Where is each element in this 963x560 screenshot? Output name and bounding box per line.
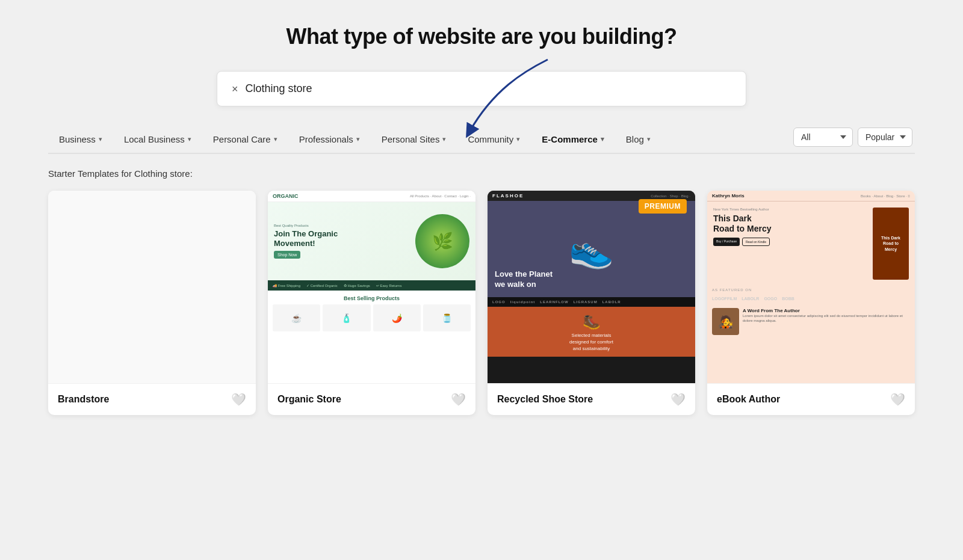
chevron-down-icon: ▾ (516, 135, 520, 143)
brandstore-name: Brandstore (58, 394, 109, 405)
starter-templates-label: Starter Templates for Clothing store: (48, 168, 915, 179)
tab-community[interactable]: Community ▾ (457, 126, 531, 153)
chevron-down-icon: ▾ (356, 135, 360, 143)
brandstore-thumbnail (48, 191, 256, 383)
tab-personal-sites[interactable]: Personal Sites ▾ (371, 126, 457, 153)
organic-hero: Best Quality Products Join The OrganicMo… (268, 202, 475, 280)
brand-4: LIGRASUM (574, 300, 598, 304)
chevron-down-icon: ▾ (601, 135, 604, 143)
organic-product-4: 🫙 (423, 304, 471, 331)
organic-header: ORGANIC All Products · About · Contact ·… (268, 191, 475, 202)
benefit-4: ↩ Easy Returns (376, 283, 402, 288)
ebook-author-name: eBook Author (717, 394, 780, 405)
chevron-down-icon: ▾ (647, 135, 651, 143)
tab-blog-label: Blog (626, 134, 644, 144)
templates-grid: Brandstore 🤍 ORGANIC All Products · Abou… (48, 191, 915, 415)
ebook-nav: Books · About · Blog · Store · ≡ (861, 194, 910, 198)
tab-blog[interactable]: Blog ▾ (615, 126, 661, 153)
recycled-shoe-preview: PREMIUM FLASHOE Collection · Shop · Blog… (488, 191, 695, 383)
ebook-author-preview: Kathryn Moris Books · About · Blog · Sto… (707, 191, 915, 383)
organic-products-grid: ☕ 🧴 🌶️ 🫙 (273, 304, 471, 331)
chevron-down-icon: ▾ (188, 135, 191, 143)
organic-product-1: ☕ (273, 304, 320, 331)
brand-2: liquidpoint (510, 300, 536, 304)
organic-hero-title: Join The OrganicMovement! (274, 229, 415, 248)
ebook-word-title: A Word From The Author (743, 308, 910, 313)
ebook-subtitle: New York Times Bestselling Author (713, 208, 868, 211)
ebook-title: This DarkRoad to Mercy (713, 214, 868, 234)
organic-product-3: 🌶️ (373, 304, 421, 331)
tab-personal-sites-label: Personal Sites (382, 134, 440, 144)
ebook-author-thumbnail: Kathryn Moris Books · About · Blog · Sto… (707, 191, 915, 383)
recycled-shoe-favorite-button[interactable]: 🤍 (670, 392, 686, 407)
ebook-author-footer: eBook Author 🤍 (707, 383, 915, 415)
search-clear-button[interactable]: × (232, 84, 238, 94)
brandstore-footer: Brandstore 🤍 (48, 383, 256, 415)
organic-store-name: Organic Store (277, 394, 341, 405)
filter-all-select[interactable]: All Free Premium (793, 128, 853, 147)
benefit-2: ✓ Certified Organic (306, 283, 338, 288)
ebook-word-body: Lorem ipsum dolor sit amet consectetur a… (743, 313, 910, 324)
page-container: What type of website are you building? ×… (48, 24, 915, 415)
ebook-word-content: A Word From The Author Lorem ipsum dolor… (743, 308, 910, 335)
tab-personal-care-label: Personal Care (213, 134, 271, 144)
tab-local-business[interactable]: Local Business ▾ (113, 126, 202, 153)
recycled-shoe-name: Recycled Shoe Store (497, 394, 593, 405)
tab-professionals[interactable]: Professionals ▾ (288, 126, 371, 153)
tab-ecommerce[interactable]: E-Commerce ▾ (531, 126, 615, 153)
media-logo-1: LOGOFFILM (712, 297, 737, 301)
chevron-down-icon: ▾ (99, 135, 102, 143)
template-card-organic-store[interactable]: ORGANIC All Products · About · Contact ·… (268, 191, 475, 415)
ebook-buttons: Buy / Purchase Read on Kindle (713, 238, 868, 246)
organic-cta-button: Shop Now (274, 251, 300, 259)
organic-hero-text: Best Quality Products Join The OrganicMo… (274, 224, 415, 259)
filter-popular-select[interactable]: Popular Newest Oldest (858, 128, 912, 147)
organic-hero-image: 🌿 (415, 214, 469, 268)
shoe-brands-bar: LOGO liquidpoint LEARNFLOW LIGRASUM LABO… (488, 297, 695, 307)
chevron-down-icon: ▾ (442, 135, 446, 143)
organic-products-section: Best Selling Products ☕ 🧴 🌶️ 🫙 (268, 291, 475, 336)
brandstore-preview (48, 191, 256, 383)
organic-store-favorite-button[interactable]: 🤍 (451, 392, 466, 407)
search-bar-container: × (217, 71, 746, 106)
shoe-nav: Collection · Shop · Blog · (651, 194, 690, 198)
template-card-brandstore[interactable]: Brandstore 🤍 (48, 191, 256, 415)
shoe-product-text: 🥾 Selected materialsdesigned for comfort… (569, 312, 613, 352)
chevron-down-icon: ▾ (274, 135, 277, 143)
ebook-word-section: 🧑‍🎤 A Word From The Author Lorem ipsum d… (707, 303, 915, 340)
ebook-author-favorite-button[interactable]: 🤍 (890, 392, 905, 407)
brand-3: LEARNFLOW (540, 300, 568, 304)
media-logo-2: LABOLR (742, 297, 759, 301)
page-title: What type of website are you building? (48, 24, 915, 49)
search-bar: × (217, 71, 746, 106)
organic-products-title: Best Selling Products (273, 295, 471, 301)
ebook-book-title: This DarkRoad toMercy (881, 235, 900, 251)
brand-5: LABOLR (602, 300, 621, 304)
template-card-ebook-author[interactable]: Kathryn Moris Books · About · Blog · Sto… (707, 191, 915, 415)
tab-ecommerce-label: E-Commerce (542, 134, 598, 144)
brandstore-favorite-button[interactable]: 🤍 (231, 392, 246, 407)
organic-nav: All Products · About · Contact · Login · (410, 194, 471, 198)
ebook-site-logo: Kathryn Moris (712, 193, 745, 198)
shoe-logo: FLASHOE (492, 193, 524, 198)
organic-logo: ORGANIC (273, 193, 299, 199)
ebook-media-logos: LOGOFFILM LABOLR GOGO BOBB (707, 294, 915, 303)
shoe-hero: 👟 Love the Planetwe walk on (488, 201, 695, 297)
ebook-btn-purchase: Buy / Purchase (713, 238, 740, 246)
ebook-author-photo: 🧑‍🎤 (712, 308, 739, 335)
ebook-btn-kindle: Read on Kindle (742, 238, 770, 246)
search-input[interactable] (246, 82, 731, 95)
benefit-3: ♻ Huge Savings (344, 283, 370, 288)
ebook-hero-text: New York Times Bestselling Author This D… (713, 208, 868, 280)
brand-1: LOGO (492, 300, 506, 304)
tab-business-label: Business (59, 134, 96, 144)
benefit-1: 🚚 Free Shipping (273, 283, 300, 288)
tab-business[interactable]: Business ▾ (48, 126, 113, 153)
ebook-hero: New York Times Bestselling Author This D… (707, 202, 915, 286)
tab-local-business-label: Local Business (124, 134, 185, 144)
tabs-row: Business ▾ Local Business ▾ Personal Car… (48, 126, 793, 153)
template-card-recycled-shoe[interactable]: PREMIUM FLASHOE Collection · Shop · Blog… (488, 191, 695, 415)
tab-personal-care[interactable]: Personal Care ▾ (202, 126, 288, 153)
organic-store-thumbnail: ORGANIC All Products · About · Contact ·… (268, 191, 475, 383)
premium-badge: PREMIUM (639, 199, 687, 214)
